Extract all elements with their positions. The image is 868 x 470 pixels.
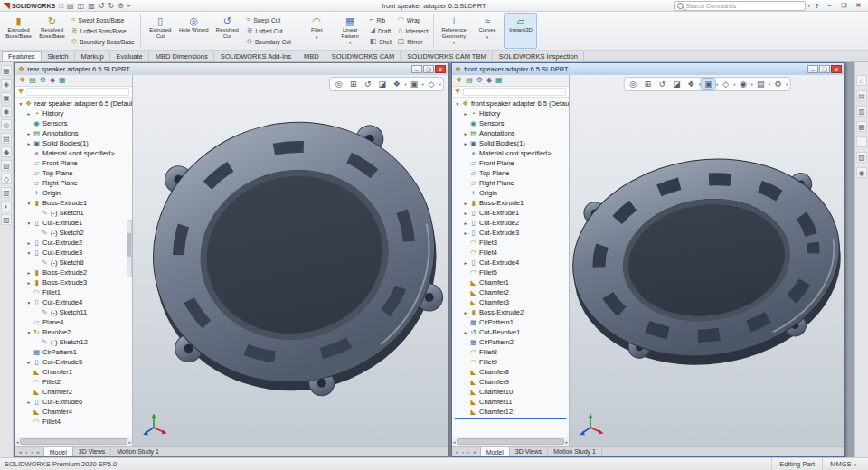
- dropdown-arrow-icon[interactable]: ▾: [404, 82, 406, 87]
- tab-solidworks-cam-tbm[interactable]: SOLIDWORKS CAM TBM: [401, 51, 492, 61]
- configurationmanager-tab[interactable]: ⚙: [40, 75, 46, 86]
- tab-markup[interactable]: Markup: [75, 51, 110, 61]
- tree-item-cut-extrude6[interactable]: ▸Cut-Extrude6: [15, 397, 132, 407]
- tree-item-boss-extrude2[interactable]: ▸Boss-Extrude2: [15, 268, 132, 277]
- tab-solidworks-inspection[interactable]: SOLIDWORKS Inspection: [493, 51, 584, 61]
- expand-arrow-icon[interactable]: ▸: [462, 310, 469, 315]
- menu-expand-icon[interactable]: ▸: [127, 2, 131, 9]
- tree-item-sketch12[interactable]: (-) Sketch12: [15, 337, 132, 347]
- tree-item-sketch11[interactable]: (-) Sketch11: [15, 307, 132, 317]
- tree-item-fillet9[interactable]: Fillet9: [452, 357, 569, 367]
- toolbar-icon-2[interactable]: ◈: [1, 79, 12, 89]
- tree-item-boss-extrude2[interactable]: ▸Boss-Extrude2: [452, 307, 569, 317]
- expand-arrow-icon[interactable]: ▸: [25, 240, 33, 246]
- expand-arrow-icon[interactable]: ▸: [462, 330, 469, 335]
- doc-minimize-button[interactable]: –: [807, 65, 818, 73]
- tab-mbd-dimensions[interactable]: MBD Dimensions: [149, 51, 214, 61]
- dropdown-arrow-icon[interactable]: ▾: [769, 82, 770, 87]
- forum-icon[interactable]: ◉: [856, 167, 867, 178]
- fillet-button[interactable]: Fillet▾: [300, 13, 334, 49]
- tree-item-origin[interactable]: Origin: [15, 188, 132, 198]
- tree-item-chamfer2[interactable]: Chamfer2: [15, 387, 132, 397]
- expand-arrow-icon[interactable]: ▸: [462, 201, 469, 206]
- expand-arrow-icon[interactable]: ▸: [25, 111, 33, 117]
- tree-item-sketch2[interactable]: (-) Sketch2: [15, 228, 132, 238]
- section-view-icon[interactable]: ◪: [670, 79, 684, 89]
- tree-item-sensors[interactable]: Sensors: [452, 118, 569, 128]
- scroll-left-icon[interactable]: ◂: [453, 439, 456, 445]
- filter-input[interactable]: [26, 88, 129, 96]
- tree-item-sensors[interactable]: Sensors: [15, 118, 132, 128]
- display-style-icon[interactable]: ▣: [407, 79, 420, 89]
- expand-arrow-icon[interactable]: ▾: [17, 101, 24, 107]
- instant3d-button[interactable]: Instant3D: [504, 13, 537, 49]
- tree-item-boss-extrude3[interactable]: ▸Boss-Extrude3: [15, 277, 132, 287]
- mirror-button[interactable]: Mirror: [398, 37, 429, 47]
- expand-arrow-icon[interactable]: ▸: [25, 141, 33, 146]
- search-commands-input[interactable]: Search Commands: [674, 1, 806, 11]
- tree-item-chamfer3[interactable]: Chamfer3: [452, 297, 569, 307]
- toolbar-icon-3[interactable]: ▣: [1, 92, 12, 103]
- document-titlebar[interactable]: ❖ front speaker adapter 6.5.SLDPRT – ❏ ✕: [452, 63, 844, 76]
- tab-solidworks-cam[interactable]: SOLIDWORKS CAM: [326, 51, 401, 61]
- rib-button[interactable]: Rib: [370, 15, 392, 25]
- intersect-button[interactable]: Intersect: [398, 26, 429, 36]
- expand-arrow-icon[interactable]: ▾: [25, 221, 33, 226]
- dropdown-arrow-icon[interactable]: ▾: [733, 82, 735, 87]
- tab-scroll-last-icon[interactable]: »: [34, 449, 41, 455]
- expand-arrow-icon[interactable]: ▾: [454, 101, 461, 107]
- tree-item-material-not-specified[interactable]: Material <not specified>: [452, 148, 569, 158]
- appearances-icon[interactable]: [856, 136, 867, 147]
- scrollbar-thumb[interactable]: [457, 438, 565, 445]
- zoom-area-icon[interactable]: ⊞: [346, 79, 360, 89]
- doc-close-button[interactable]: ✕: [435, 65, 446, 73]
- app-minimize-button[interactable]: –: [824, 1, 835, 10]
- tree-item-fillet4[interactable]: Fillet4: [15, 417, 132, 427]
- tab-scroll-last-icon[interactable]: »: [471, 449, 477, 455]
- toolbar-icon-6[interactable]: ▤: [1, 133, 12, 144]
- tree-item-top-plane[interactable]: Top Plane: [15, 168, 132, 178]
- view-palette-icon[interactable]: ▦: [856, 121, 867, 132]
- tree-item-right-plane[interactable]: Right Plane: [452, 178, 569, 188]
- tab-evaluate[interactable]: Evaluate: [110, 51, 149, 61]
- document-titlebar[interactable]: ❖ rear speaker adapter 6.5.SLDPRT – ❏ ✕: [15, 63, 448, 76]
- tree-item-chamfer2[interactable]: Chamfer2: [452, 287, 569, 297]
- doc-close-button[interactable]: ✕: [831, 65, 842, 73]
- tree-item-chamfer1[interactable]: Chamfer1: [15, 367, 132, 377]
- custom-properties-icon[interactable]: ▧: [856, 152, 867, 163]
- tree-item-cirpattern1[interactable]: CirPattern1: [15, 347, 132, 357]
- tree-item-fillet4[interactable]: Fillet4: [452, 248, 569, 258]
- appearances-icon[interactable]: ◉: [737, 79, 750, 89]
- search-dropdown-icon[interactable]: ▾: [808, 3, 811, 8]
- tree-item-right-plane[interactable]: Right Plane: [15, 178, 132, 188]
- dropdown-arrow-icon[interactable]: ▾: [699, 82, 701, 87]
- tree-item-chamfer10[interactable]: Chamfer10: [452, 387, 569, 397]
- tree-root-item[interactable]: ▾front speaker adapter 6.5 (Default<<D..…: [452, 99, 569, 108]
- tree-item-chamfer9[interactable]: Chamfer9: [452, 377, 569, 387]
- wrap-button[interactable]: Wrap: [398, 15, 429, 25]
- undo-icon[interactable]: ↺: [98, 1, 106, 11]
- doc-tab-motion-study-1[interactable]: Motion Study 1: [111, 446, 165, 456]
- featuremanager-design-tree-tab[interactable]: ❖: [456, 75, 462, 86]
- expand-arrow-icon[interactable]: ▾: [25, 250, 33, 256]
- expand-arrow-icon[interactable]: ▸: [25, 131, 33, 136]
- dimxpertmanager-tab[interactable]: ◆: [50, 75, 55, 86]
- home-icon[interactable]: ⌂: [856, 75, 867, 86]
- tree-item-cut-extrude4[interactable]: ▾Cut-Extrude4: [15, 297, 132, 307]
- doc-tab-3d-views[interactable]: 3D Views: [73, 446, 111, 456]
- expand-arrow-icon[interactable]: ▸: [462, 230, 469, 236]
- propertymanager-tab[interactable]: ▤: [29, 75, 36, 86]
- section-view-icon[interactable]: ◪: [375, 79, 389, 89]
- toolbar-icon-8[interactable]: ▧: [1, 160, 12, 171]
- zoom-fit-icon[interactable]: ◎: [627, 79, 640, 89]
- tree-item-solid-bodies-1[interactable]: ▸Solid Bodies(1): [452, 138, 569, 148]
- tree-item-cut-extrude1[interactable]: ▸Cut-Extrude1: [452, 208, 569, 218]
- print-icon[interactable]: ▥: [87, 1, 96, 11]
- scroll-left-icon[interactable]: ◂: [16, 439, 19, 445]
- rebuild-icon[interactable]: ↻: [107, 1, 115, 11]
- swept-boss-base-button[interactable]: Swept Boss/Base: [71, 15, 135, 25]
- tree-item-cut-extrude2[interactable]: ▸Cut-Extrude2: [452, 218, 569, 228]
- expand-arrow-icon[interactable]: ▸: [462, 221, 469, 226]
- displaymanager-tab[interactable]: ▦: [59, 75, 66, 86]
- tree-item-boss-extrude1[interactable]: ▾Boss-Extrude1: [15, 198, 132, 208]
